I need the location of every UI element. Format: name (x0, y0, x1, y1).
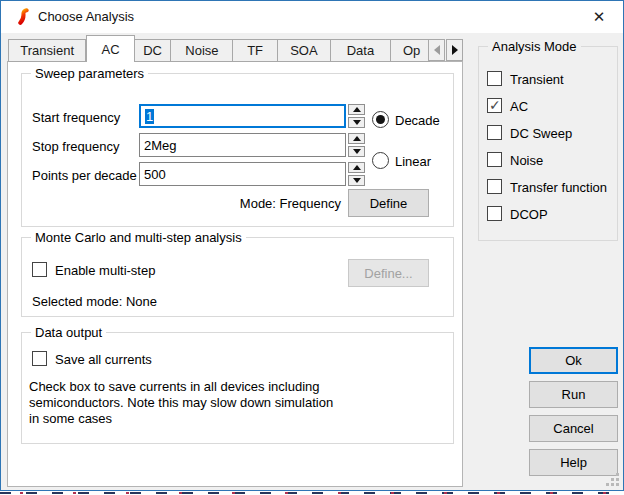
linear-radio-label: Linear (395, 154, 431, 169)
tab-soa[interactable]: SOA (278, 39, 331, 62)
resize-grip[interactable] (606, 473, 619, 486)
close-icon[interactable]: ✕ (579, 1, 619, 32)
points-per-decade-value: 500 (144, 167, 166, 182)
spin-up-icon[interactable] (348, 162, 365, 173)
tab-data[interactable]: Data (331, 39, 391, 62)
enable-multi-step-label: Enable multi-step (55, 263, 155, 278)
spin-up-icon[interactable] (348, 104, 365, 115)
save-all-currents-label: Save all currents (55, 352, 152, 367)
stop-frequency-spinner (348, 133, 365, 157)
spin-down-icon[interactable] (348, 117, 365, 128)
cancel-button[interactable]: Cancel (529, 415, 618, 442)
stop-frequency-label: Stop frequency (32, 139, 119, 154)
start-frequency-value: 1 (145, 109, 154, 124)
stop-frequency-value: 2Meg (144, 138, 177, 153)
help-button[interactable]: Help (529, 449, 618, 476)
tab-tf[interactable]: TF (233, 39, 277, 62)
tab-options[interactable]: Op (391, 39, 430, 62)
spin-up-icon[interactable] (348, 133, 365, 144)
window-title: Choose Analysis (38, 1, 134, 32)
mode-frequency-label: Mode: Frequency (201, 196, 341, 211)
tab-bar: Transient AC DC Noise TF SOA Data Op (8, 35, 430, 62)
tab-scroll-right-icon[interactable] (446, 39, 463, 61)
define-button[interactable]: Define (348, 189, 429, 217)
tab-scroll-left-icon[interactable] (428, 39, 445, 61)
analysis-mode-legend: Analysis Mode (488, 39, 581, 54)
tab-noise[interactable]: Noise (171, 39, 233, 62)
multi-step-define-button[interactable]: Define... (348, 259, 429, 287)
enable-multi-step-checkbox[interactable] (32, 262, 47, 277)
data-output-legend: Data output (31, 325, 106, 340)
start-frequency-spinner (348, 104, 365, 128)
ok-button[interactable]: Ok (529, 347, 618, 374)
points-per-decade-spinner (348, 162, 365, 186)
tab-transient[interactable]: Transient (8, 39, 86, 62)
points-per-decade-label: Points per decade (32, 168, 137, 183)
choose-analysis-dialog: Choose Analysis ✕ Transient AC DC Noise … (0, 0, 624, 491)
save-all-currents-checkbox[interactable] (32, 351, 47, 366)
sweep-parameters-legend: Sweep parameters (31, 66, 148, 81)
stop-frequency-input[interactable]: 2Meg (139, 133, 346, 157)
data-output-note: Check box to save currents in all device… (29, 379, 429, 427)
start-frequency-input[interactable]: 1 (139, 104, 346, 128)
background-window-edge (0, 491, 624, 495)
background-schematic-pattern (0, 492, 624, 494)
tab-dc[interactable]: DC (135, 39, 172, 62)
spin-down-icon[interactable] (348, 175, 365, 186)
title-bar: Choose Analysis ✕ (1, 1, 623, 33)
run-button[interactable]: Run (529, 381, 618, 408)
simetrix-logo-icon (14, 8, 32, 26)
monte-carlo-legend: Monte Carlo and multi-step analysis (31, 230, 246, 245)
spin-down-icon[interactable] (348, 146, 365, 157)
start-frequency-label: Start frequency (32, 110, 120, 125)
decade-radio[interactable] (372, 111, 389, 128)
screen: { "window": { "title": "Choose Analysis"… (0, 0, 624, 495)
linear-radio[interactable] (372, 152, 389, 169)
tab-ac[interactable]: AC (86, 35, 134, 62)
points-per-decade-input[interactable]: 500 (139, 162, 346, 186)
analysis-mode-group: Analysis Mode (478, 46, 618, 241)
decade-radio-label: Decade (395, 113, 440, 128)
selected-mode-label: Selected mode: None (32, 294, 157, 309)
